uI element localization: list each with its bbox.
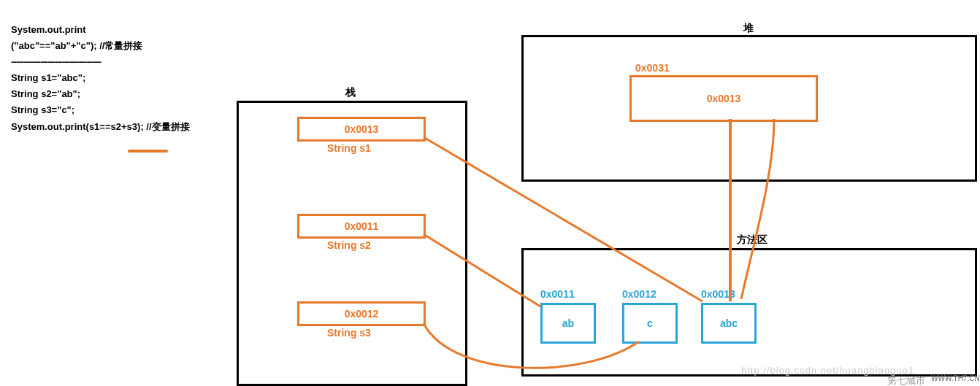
pool-c-addr: 0x0012 (622, 288, 656, 300)
stack-label: 栈 (336, 86, 365, 99)
stack-s3-label: String s3 (327, 327, 371, 339)
heap-label: 堆 (734, 22, 763, 35)
code-line-4: String s2="ab"; (11, 86, 230, 102)
pool-abc-box: abc (701, 303, 757, 344)
method-area-label: 方法区 (723, 233, 781, 247)
underline-mark (128, 150, 168, 153)
pool-c-box: c (622, 303, 678, 344)
code-line-3: String s1="abc"; (11, 70, 230, 86)
pool-ab-box: ab (540, 303, 596, 344)
stack-s2-label: String s2 (327, 239, 371, 251)
pool-ab-addr: 0x0011 (540, 288, 575, 300)
pool-abc-addr: 0x0013 (701, 288, 735, 300)
code-divider: ------------------------------------- (11, 54, 230, 70)
watermark-site: WWW.TH7.CN (931, 374, 980, 382)
code-line-5: String s3="c"; (11, 102, 230, 118)
heap-object-box: 0x0013 (629, 75, 818, 122)
watermark-cn: 第七城市 (887, 374, 925, 386)
code-line-6: System.out.print(s1==s2+s3); //变量拼接 (11, 119, 230, 135)
code-line-1: System.out.print (11, 22, 230, 38)
heap-outer-addr: 0x0031 (635, 62, 670, 74)
stack-s3-box: 0x0012 (297, 301, 426, 326)
stack-s2-box: 0x0011 (297, 214, 426, 239)
stack-s1-label: String s1 (327, 142, 371, 154)
code-line-2: ("abc"=="ab"+"c"); //常量拼接 (11, 38, 230, 54)
code-block: System.out.print ("abc"=="ab"+"c"); //常量… (11, 22, 230, 135)
stack-s1-box: 0x0013 (297, 117, 426, 142)
